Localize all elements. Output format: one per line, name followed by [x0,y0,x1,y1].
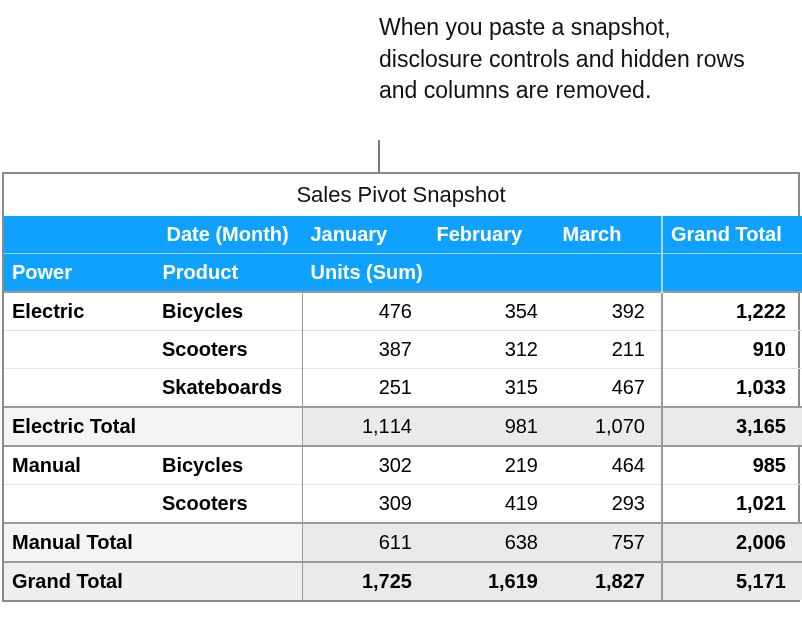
hdr-month-mar: March [554,216,662,254]
grand-total-value: 1,827 [554,562,662,600]
hdr-units-sum: Units (Sum) [302,254,662,293]
hdr-month-jan: January [302,216,428,254]
pivot-snapshot-table: Sales Pivot Snapshot Date (Month) Januar… [2,172,800,602]
subtotal-total: 3,165 [662,407,802,446]
hdr-grand-total: Grand Total [662,216,802,254]
cell-value: 467 [554,369,662,408]
cell-value: 293 [554,485,662,524]
cell-row-total: 985 [662,446,802,485]
cell-value: 302 [302,446,428,485]
cell-value: 309 [302,485,428,524]
grand-total-value: 1,619 [428,562,554,600]
cell-product: Bicycles [154,446,302,485]
cell-power: Electric [4,292,154,331]
subtotal-label: Electric Total [4,407,302,446]
subtotal-label: Manual Total [4,523,302,562]
cell-value: 354 [428,292,554,331]
subtotal-value: 1,070 [554,407,662,446]
subtotal-value: 981 [428,407,554,446]
cell-value: 476 [302,292,428,331]
cell-power [4,331,154,369]
subtotal-total: 2,006 [662,523,802,562]
table-row: Manual Bicycles 302 219 464 985 [4,446,802,485]
cell-value: 251 [302,369,428,408]
cell-value: 211 [554,331,662,369]
subtotal-row: Manual Total 611 638 757 2,006 [4,523,802,562]
subtotal-value: 638 [428,523,554,562]
table-title: Sales Pivot Snapshot [4,174,798,216]
cell-power: Manual [4,446,154,485]
table-row: Skateboards 251 315 467 1,033 [4,369,802,408]
hdr-month-feb: February [428,216,554,254]
hdr-blank [4,216,154,254]
hdr-date-month: Date (Month) [154,216,302,254]
cell-value: 419 [428,485,554,524]
callout-text: When you paste a snapshot, disclosure co… [379,12,759,107]
cell-value: 392 [554,292,662,331]
cell-product: Bicycles [154,292,302,331]
grand-total-value: 1,725 [302,562,428,600]
callout-leader-line [378,140,380,175]
cell-product: Scooters [154,331,302,369]
cell-row-total: 1,033 [662,369,802,408]
pivot-table: Date (Month) January February March Gran… [4,216,802,600]
table-row: Scooters 387 312 211 910 [4,331,802,369]
table-row: Scooters 309 419 293 1,021 [4,485,802,524]
cell-value: 315 [428,369,554,408]
cell-power [4,369,154,408]
grand-total-total: 5,171 [662,562,802,600]
hdr-product: Product [154,254,302,293]
cell-row-total: 910 [662,331,802,369]
grand-total-row: Grand Total 1,725 1,619 1,827 5,171 [4,562,802,600]
subtotal-value: 611 [302,523,428,562]
cell-value: 464 [554,446,662,485]
cell-product: Scooters [154,485,302,524]
hdr-blank-gt [662,254,802,293]
table-row: Electric Bicycles 476 354 392 1,222 [4,292,802,331]
cell-power [4,485,154,524]
hdr-power: Power [4,254,154,293]
cell-product: Skateboards [154,369,302,408]
cell-value: 312 [428,331,554,369]
cell-value: 219 [428,446,554,485]
grand-total-label: Grand Total [4,562,302,600]
subtotal-value: 757 [554,523,662,562]
cell-value: 387 [302,331,428,369]
cell-row-total: 1,021 [662,485,802,524]
subtotal-row: Electric Total 1,114 981 1,070 3,165 [4,407,802,446]
cell-row-total: 1,222 [662,292,802,331]
subtotal-value: 1,114 [302,407,428,446]
